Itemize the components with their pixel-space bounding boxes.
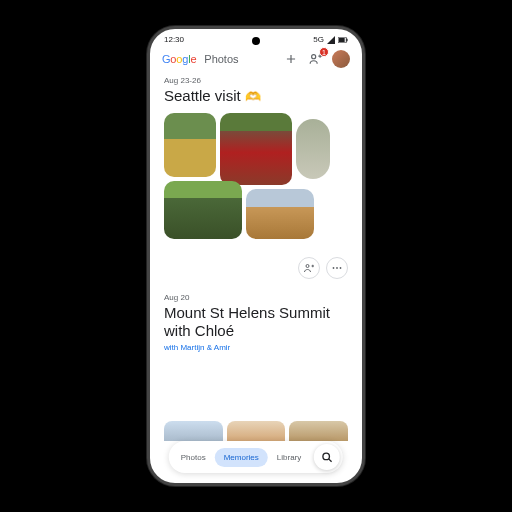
memory-seattle[interactable]: Aug 23-26 Seattle visit 🫶: [164, 76, 348, 279]
add-button[interactable]: [282, 50, 300, 68]
front-camera: [252, 37, 260, 45]
collage-photo-4[interactable]: [164, 181, 242, 239]
memory-date: Aug 23-26: [164, 76, 348, 85]
memory-title: Mount St Helens Summit with Chloé: [164, 304, 348, 340]
collage-photo-5[interactable]: [246, 189, 314, 239]
more-options-button[interactable]: [326, 257, 348, 279]
notification-badge: 1: [319, 47, 329, 57]
svg-point-3: [312, 55, 316, 59]
peek-photo-2[interactable]: [227, 421, 286, 441]
photo-collage: [164, 113, 348, 251]
svg-rect-1: [339, 37, 345, 41]
memory-with: with Martijn & Amir: [164, 343, 348, 352]
svg-point-8: [323, 453, 330, 460]
memory-date: Aug 20: [164, 293, 348, 302]
memory-actions: [164, 257, 348, 279]
account-avatar[interactable]: [332, 50, 350, 68]
memory-title-text: Seattle visit: [164, 87, 241, 104]
main-content: Aug 23-26 Seattle visit 🫶: [150, 76, 362, 352]
signal-icon: [327, 36, 335, 44]
heart-hands-emoji: 🫶: [245, 89, 261, 104]
nav-memories[interactable]: Memories: [215, 448, 268, 467]
svg-point-4: [306, 265, 309, 268]
svg-rect-2: [346, 38, 347, 41]
svg-point-5: [333, 267, 335, 269]
sharing-button[interactable]: 1: [306, 50, 326, 68]
google-logo: Google: [162, 53, 196, 65]
clock: 12:30: [164, 35, 184, 44]
nav-photos[interactable]: Photos: [172, 448, 215, 467]
peek-photo-1[interactable]: [164, 421, 223, 441]
nav-library[interactable]: Library: [268, 448, 310, 467]
search-button[interactable]: [314, 444, 340, 470]
add-people-button[interactable]: [298, 257, 320, 279]
peek-thumbnails: [164, 421, 348, 441]
svg-point-6: [336, 267, 338, 269]
battery-icon: [338, 37, 348, 43]
phone-frame: 12:30 5G Google Photos 1 Aug 23-26: [147, 26, 365, 486]
peek-photo-3[interactable]: [289, 421, 348, 441]
collage-photo-3[interactable]: [296, 119, 330, 179]
memory-mtsthelen[interactable]: Aug 20 Mount St Helens Summit with Chloé…: [164, 293, 348, 352]
bottom-nav: Photos Memories Library: [169, 441, 343, 473]
network-label: 5G: [313, 35, 324, 44]
svg-point-7: [340, 267, 342, 269]
app-bar: Google Photos 1: [150, 46, 362, 74]
collage-photo-1[interactable]: [164, 113, 216, 177]
memory-title: Seattle visit 🫶: [164, 87, 348, 105]
app-name: Photos: [204, 53, 238, 65]
collage-photo-2[interactable]: [220, 113, 292, 185]
